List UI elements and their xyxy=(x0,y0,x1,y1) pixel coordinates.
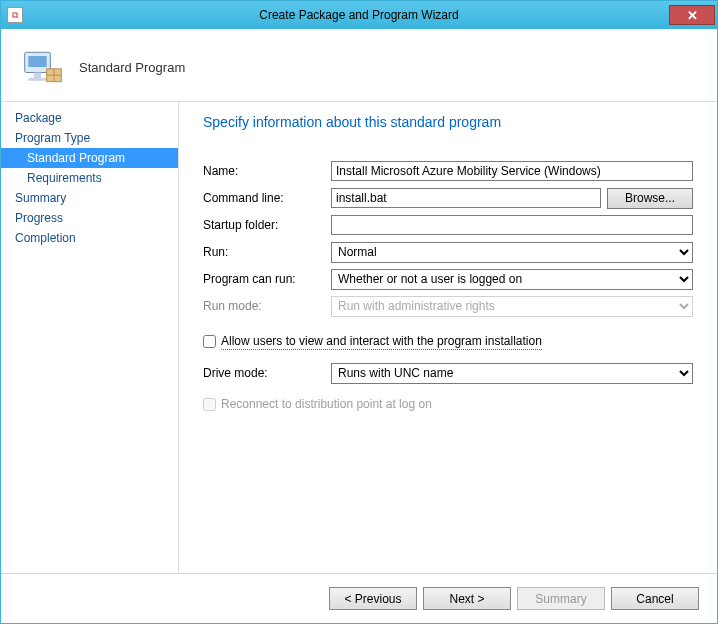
select-run-mode: Run with administrative rights xyxy=(331,296,693,317)
nav-progress[interactable]: Progress xyxy=(1,208,178,228)
close-icon: ✕ xyxy=(687,8,698,23)
svg-rect-1 xyxy=(28,56,46,67)
label-run-mode: Run mode: xyxy=(203,299,331,313)
app-icon: ⧉ xyxy=(7,7,23,23)
summary-button: Summary xyxy=(517,587,605,610)
nav-completion[interactable]: Completion xyxy=(1,228,178,248)
label-reconnect: Reconnect to distribution point at log o… xyxy=(221,397,432,411)
input-name[interactable] xyxy=(331,161,693,181)
next-button[interactable]: Next > xyxy=(423,587,511,610)
label-command-line: Command line: xyxy=(203,191,331,205)
wizard-window: ⧉ Create Package and Program Wizard ✕ St… xyxy=(0,0,718,624)
select-run[interactable]: Normal xyxy=(331,242,693,263)
header-title: Standard Program xyxy=(79,60,185,75)
label-run: Run: xyxy=(203,245,331,259)
svg-rect-2 xyxy=(34,73,41,79)
nav-package[interactable]: Package xyxy=(1,108,178,128)
nav-program-type[interactable]: Program Type xyxy=(1,128,178,148)
wizard-header: Standard Program xyxy=(1,29,717,101)
label-program-can-run: Program can run: xyxy=(203,272,331,286)
label-allow-interact: Allow users to view and interact with th… xyxy=(221,334,542,348)
nav-standard-program[interactable]: Standard Program xyxy=(1,148,178,168)
select-program-can-run[interactable]: Whether or not a user is logged on xyxy=(331,269,693,290)
wizard-body: Package Program Type Standard Program Re… xyxy=(1,101,717,573)
nav-requirements[interactable]: Requirements xyxy=(1,168,178,188)
window-title: Create Package and Program Wizard xyxy=(1,8,717,22)
input-command-line[interactable] xyxy=(331,188,601,208)
browse-button[interactable]: Browse... xyxy=(607,188,693,209)
label-name: Name: xyxy=(203,164,331,178)
previous-button[interactable]: < Previous xyxy=(329,587,417,610)
wizard-nav: Package Program Type Standard Program Re… xyxy=(1,102,179,573)
select-drive-mode[interactable]: Runs with UNC name xyxy=(331,363,693,384)
wizard-content: Specify information about this standard … xyxy=(179,102,717,573)
wizard-footer: < Previous Next > Summary Cancel xyxy=(1,573,717,623)
label-drive-mode: Drive mode: xyxy=(203,366,331,380)
svg-rect-3 xyxy=(28,78,46,81)
content-heading: Specify information about this standard … xyxy=(203,114,693,130)
close-button[interactable]: ✕ xyxy=(669,5,715,25)
package-icon xyxy=(21,45,65,89)
cancel-button[interactable]: Cancel xyxy=(611,587,699,610)
titlebar: ⧉ Create Package and Program Wizard ✕ xyxy=(1,1,717,29)
input-startup-folder[interactable] xyxy=(331,215,693,235)
checkbox-reconnect xyxy=(203,398,216,411)
checkbox-allow-interact[interactable] xyxy=(203,335,216,348)
nav-summary[interactable]: Summary xyxy=(1,188,178,208)
label-startup-folder: Startup folder: xyxy=(203,218,331,232)
